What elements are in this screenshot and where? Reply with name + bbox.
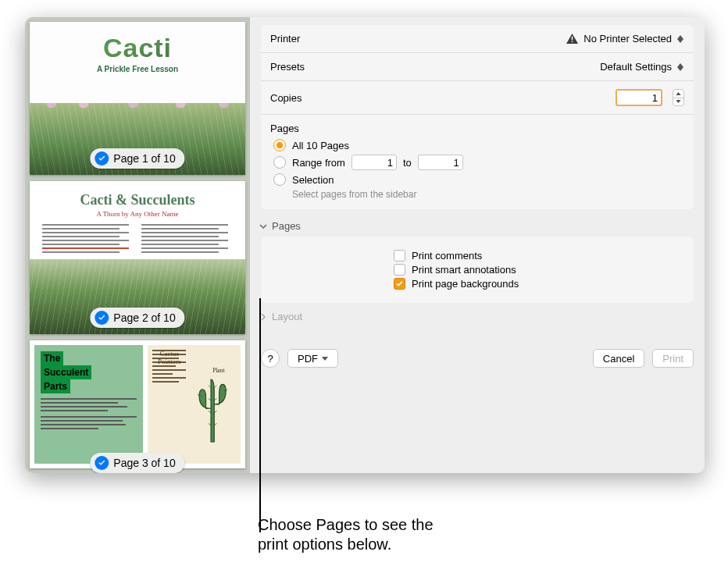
pages-section-header[interactable]: Pages bbox=[259, 220, 694, 232]
presets-value: Default Settings bbox=[600, 61, 672, 73]
stepper-down-icon[interactable] bbox=[673, 98, 683, 106]
range-to-label: to bbox=[403, 157, 412, 169]
page-thumbnail-2[interactable]: Cacti & Succulents A Thorn by Any Other … bbox=[30, 181, 245, 334]
callout-leader-line bbox=[259, 298, 261, 532]
print-comments-label: Print comments bbox=[412, 250, 482, 262]
checkbox-print-comments[interactable] bbox=[394, 250, 405, 262]
chevron-down-icon bbox=[322, 357, 328, 361]
selection-hint: Select pages from the sidebar bbox=[292, 189, 684, 200]
up-down-arrows-icon bbox=[676, 63, 684, 71]
layout-section-label: Layout bbox=[272, 311, 302, 322]
svg-rect-10 bbox=[572, 37, 573, 41]
range-from-input[interactable] bbox=[352, 155, 397, 170]
thumb3-heading-2: Succulent bbox=[41, 365, 91, 379]
page-thumbnail-3[interactable]: The Succulent Parts Cactus Pointers Plan… bbox=[30, 340, 245, 468]
chevron-down-icon bbox=[259, 222, 267, 230]
page-badge-3[interactable]: Page 3 of 10 bbox=[90, 453, 184, 473]
print-backgrounds-label: Print page backgrounds bbox=[412, 278, 519, 290]
cactus-drawing: Plant bbox=[186, 350, 236, 459]
pdf-popup-button[interactable]: PDF bbox=[287, 349, 338, 368]
dialog-bottom-bar: ? PDF Cancel Print bbox=[250, 343, 705, 377]
radio-all-pages[interactable] bbox=[273, 139, 286, 151]
checkmark-icon bbox=[95, 311, 109, 325]
printer-label: Printer bbox=[270, 33, 300, 44]
printer-row: Printer No Printer Selected bbox=[261, 25, 694, 52]
presets-label: Presets bbox=[270, 61, 305, 73]
thumb2-subtitle: A Thorn by Any Other Name bbox=[42, 210, 233, 218]
warning-icon bbox=[566, 33, 579, 44]
up-down-arrows-icon bbox=[676, 35, 684, 43]
selection-label: Selection bbox=[292, 174, 334, 186]
pages-block: Pages All 10 Pages Range from to Selecti… bbox=[261, 114, 694, 209]
copies-row: Copies bbox=[261, 80, 694, 114]
print-button[interactable]: Print bbox=[652, 349, 694, 368]
presets-row: Presets Default Settings bbox=[261, 52, 694, 80]
print-options-panel: Printer No Printer Selected Presets Defa… bbox=[250, 17, 705, 473]
all-pages-label: All 10 Pages bbox=[292, 140, 349, 151]
page-badge-label: Page 3 of 10 bbox=[113, 457, 175, 469]
print-annotations-label: Print smart annotations bbox=[412, 264, 516, 276]
checkbox-print-annotations[interactable] bbox=[394, 264, 405, 276]
cancel-button[interactable]: Cancel bbox=[593, 349, 644, 368]
copies-label: Copies bbox=[270, 92, 302, 104]
printer-value: No Printer Selected bbox=[583, 33, 672, 44]
page-badge-2[interactable]: Page 2 of 10 bbox=[90, 308, 184, 328]
print-dialog: Cacti A Prickle Free Lesson Page 1 of 10… bbox=[25, 17, 705, 473]
app-options-section: Pages Print comments Print smart annotat… bbox=[261, 220, 694, 327]
page-badge-label: Page 2 of 10 bbox=[113, 311, 175, 324]
thumb1-title: Cacti bbox=[30, 33, 245, 63]
page-badge-label: Page 1 of 10 bbox=[113, 152, 175, 165]
layout-section-header[interactable]: Layout bbox=[259, 311, 694, 322]
plant-label-text: Plant bbox=[212, 367, 225, 374]
thumb3-panel-title: Cactus Pointers bbox=[152, 350, 186, 351]
thumb3-heading-3: Parts bbox=[41, 379, 70, 393]
thumb2-title: Cacti & Succulents bbox=[42, 192, 233, 208]
sidebar-thumbnails: Cacti A Prickle Free Lesson Page 1 of 10… bbox=[25, 17, 250, 473]
range-to-input[interactable] bbox=[418, 155, 463, 170]
pages-section-label: Pages bbox=[272, 220, 301, 232]
copies-input[interactable] bbox=[616, 89, 662, 106]
svg-line-1 bbox=[214, 385, 216, 387]
svg-rect-11 bbox=[572, 41, 573, 43]
presets-popup[interactable]: Default Settings bbox=[600, 61, 684, 73]
thumb3-heading-1: The bbox=[41, 351, 63, 365]
page-badge-1[interactable]: Page 1 of 10 bbox=[90, 148, 184, 169]
radio-range[interactable] bbox=[273, 156, 286, 169]
pages-label: Pages bbox=[270, 123, 684, 134]
copies-stepper[interactable] bbox=[673, 89, 684, 106]
range-label: Range from bbox=[292, 157, 345, 169]
checkbox-print-backgrounds[interactable] bbox=[394, 278, 405, 290]
help-button[interactable]: ? bbox=[261, 349, 280, 368]
printer-popup[interactable]: No Printer Selected bbox=[566, 33, 684, 44]
radio-selection[interactable] bbox=[273, 173, 286, 186]
page-thumbnail-1[interactable]: Cacti A Prickle Free Lesson Page 1 of 10 bbox=[30, 22, 245, 175]
stepper-up-icon[interactable] bbox=[673, 90, 683, 98]
checkmark-icon bbox=[95, 456, 109, 470]
pdf-label: PDF bbox=[298, 353, 318, 365]
thumb1-subtitle: A Prickle Free Lesson bbox=[30, 65, 245, 73]
callout-caption: Choose Pages to see the print options be… bbox=[258, 515, 434, 554]
checkmark-icon bbox=[95, 151, 109, 165]
